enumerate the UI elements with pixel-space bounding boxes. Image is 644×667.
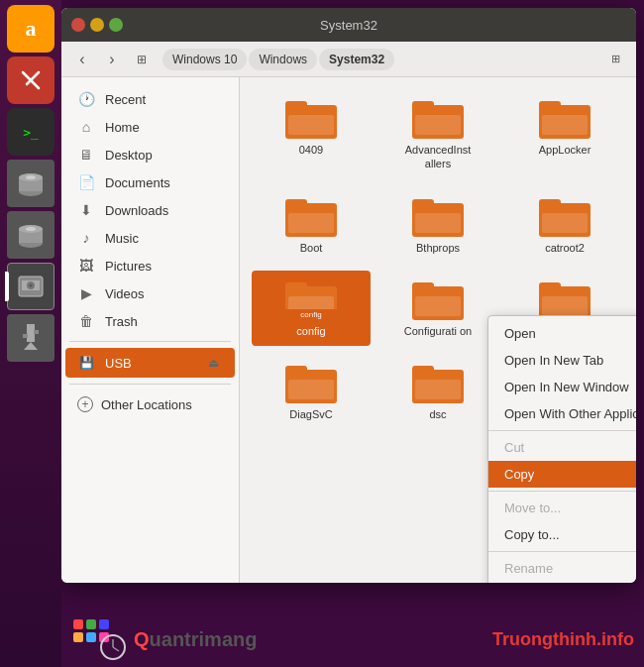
maximize-button[interactable] — [109, 18, 123, 32]
ctx-copy-to[interactable]: Copy to... — [488, 521, 636, 548]
svg-rect-18 — [73, 619, 83, 629]
sidebar-item-home[interactable]: ⌂ Home — [65, 113, 235, 141]
folder-icon — [412, 195, 464, 237]
ctx-open-other-app[interactable]: Open With Other Application — [488, 400, 636, 427]
file-item-bthprops[interactable]: Bthprops — [378, 187, 497, 263]
file-item-advanced-installers[interactable]: AdvancedInstallers — [378, 89, 497, 179]
folder-icon — [285, 195, 337, 237]
file-item-diagsvc[interactable]: DiagSvC — [252, 354, 371, 429]
file-name: catroot2 — [545, 241, 585, 255]
sidebar-label-usb: USB — [105, 356, 132, 371]
ctx-copy[interactable]: Copy — [488, 461, 636, 488]
content-area: 🕐 Recent ⌂ Home 🖥 Desktop 📄 Documents ⬇ … — [61, 77, 636, 583]
folder-icon — [285, 97, 337, 139]
sidebar-item-trash[interactable]: 🗑 Trash — [65, 307, 235, 335]
svg-rect-21 — [73, 632, 83, 642]
ctx-divider2 — [488, 491, 636, 492]
toolbar: ‹ › ⊞ Windows 10 Windows System32 ⊞ — [61, 42, 636, 77]
desktop-icon: 🖥 — [77, 147, 95, 163]
sidebar-item-downloads[interactable]: ⬇ Downloads — [65, 196, 235, 224]
sidebar-item-usb[interactable]: 💾 USB ⏏ — [65, 348, 235, 378]
sidebar-label-recent: Recent — [105, 92, 146, 107]
taskbar-usb[interactable] — [7, 314, 54, 362]
sidebar-label-trash: Trash — [105, 314, 138, 329]
sidebar-label-downloads: Downloads — [105, 203, 168, 218]
terminal-symbol: >_ — [23, 125, 39, 140]
taskbar-terminal[interactable]: >_ — [7, 108, 54, 156]
truongthinh-text: Truongthinh.info — [492, 629, 634, 649]
quantrimang-logo-svg — [71, 617, 126, 662]
taskbar-amazon[interactable]: a — [7, 5, 54, 53]
folder-icon — [412, 362, 464, 403]
taskbar-tools[interactable] — [7, 56, 54, 104]
titlebar-buttons — [71, 18, 123, 32]
file-name: dsc — [429, 407, 446, 421]
taskbar-disk3[interactable] — [7, 263, 54, 310]
sidebar-item-videos[interactable]: ▶ Videos — [65, 279, 235, 307]
disk3-icon — [13, 269, 49, 304]
folder-icon — [412, 278, 464, 320]
tools-icon — [17, 66, 45, 94]
svg-line-26 — [113, 647, 119, 651]
taskbar-disk1[interactable] — [7, 160, 54, 207]
file-name: AdvancedInstallers — [403, 143, 473, 171]
file-item-boot[interactable]: Boot — [252, 187, 371, 263]
file-item-dsc[interactable]: dsc — [378, 354, 497, 429]
breadcrumb-system32[interactable]: System32 — [319, 49, 394, 70]
folder-icon — [539, 97, 590, 139]
downloads-icon: ⬇ — [77, 202, 95, 218]
svg-rect-16 — [23, 334, 28, 338]
svg-line-2 — [31, 80, 39, 88]
svg-rect-17 — [34, 330, 39, 334]
sidebar-label-desktop: Desktop — [105, 148, 153, 163]
ctx-open-new-tab[interactable]: Open In New Tab — [488, 347, 636, 374]
brand-url: Truongthinh.info — [492, 629, 634, 650]
eject-button[interactable]: ⏏ — [204, 354, 223, 372]
sidebar-item-music[interactable]: ♪ Music — [65, 224, 235, 252]
sidebar-item-documents[interactable]: 📄 Documents — [65, 168, 235, 196]
file-item-catroot2[interactable]: catroot2 — [505, 187, 624, 263]
breadcrumb-windows10[interactable]: Windows 10 — [162, 49, 247, 70]
sidebar-item-desktop[interactable]: 🖥 Desktop — [65, 141, 235, 168]
file-name: AppLocker — [539, 143, 591, 157]
file-item-configuration[interactable]: Configurati on — [378, 271, 497, 346]
breadcrumb-windows[interactable]: Windows — [249, 49, 317, 70]
sidebar-label-home: Home — [105, 120, 140, 135]
sidebar-item-recent[interactable]: 🕐 Recent — [65, 85, 235, 113]
ctx-open-new-window[interactable]: Open In New Window — [488, 374, 636, 400]
ctx-compress[interactable]: Compress... — [488, 582, 636, 583]
svg-point-10 — [26, 227, 36, 231]
view-toggle-button[interactable]: ⊞ — [602, 47, 628, 72]
videos-icon: ▶ — [77, 285, 95, 301]
forward-button[interactable]: › — [99, 47, 125, 72]
parent-folder-button[interactable]: ⊞ — [129, 47, 155, 72]
svg-line-0 — [23, 72, 31, 80]
file-item-applocker[interactable]: AppLocker — [505, 89, 624, 179]
svg-rect-20 — [99, 619, 109, 629]
sidebar-divider2 — [69, 384, 231, 385]
ctx-divider3 — [488, 551, 636, 552]
disk2-icon — [15, 219, 47, 251]
amazon-letter: a — [26, 16, 37, 42]
taskbar-disk2[interactable] — [7, 211, 54, 259]
ctx-divider1 — [488, 430, 636, 431]
branding-area: Quantrimang Truongthinh.info — [61, 617, 644, 662]
svg-rect-19 — [86, 619, 96, 629]
sidebar: 🕐 Recent ⌂ Home 🖥 Desktop 📄 Documents ⬇ … — [61, 77, 240, 583]
sidebar-item-pictures[interactable]: 🖼 Pictures — [65, 252, 235, 279]
sidebar-item-other-locations[interactable]: + Other Locations — [65, 390, 235, 418]
recent-icon: 🕐 — [77, 91, 95, 107]
file-item-0409[interactable]: 0409 — [252, 89, 371, 179]
quantrimang-text: Quantrimang — [134, 628, 257, 651]
file-item-config[interactable]: config config — [252, 271, 371, 346]
file-name: DiagSvC — [289, 407, 332, 421]
ctx-open[interactable]: Open — [488, 320, 636, 347]
svg-rect-22 — [86, 632, 96, 642]
file-name: Configurati on — [404, 324, 473, 338]
close-button[interactable] — [71, 18, 85, 32]
disk1-icon — [15, 167, 47, 199]
folder-icon — [412, 97, 464, 139]
back-button[interactable]: ‹ — [69, 47, 95, 72]
pictures-icon: 🖼 — [77, 258, 95, 274]
minimize-button[interactable] — [90, 18, 104, 32]
